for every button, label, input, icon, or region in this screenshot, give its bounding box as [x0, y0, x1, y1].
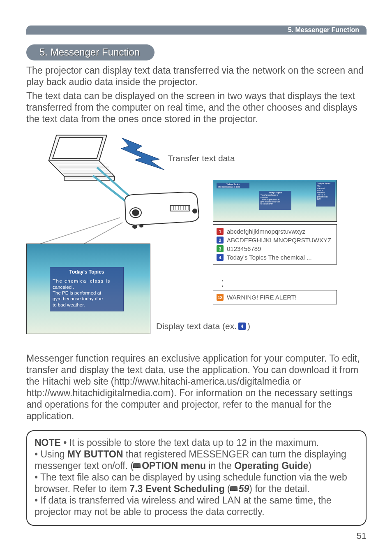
svg-marker-2: [49, 161, 115, 176]
list-item: 4 Today's Topics The chemical ...: [217, 253, 333, 262]
page-number: 51: [357, 531, 367, 541]
thumb-overlay-3: Today's Topics The chemical class is can…: [316, 182, 335, 207]
display-caption: Display text data (ex. 4 ): [156, 321, 250, 331]
text-list-panel-2: 12 WARNING! FIRE ALERT!: [213, 290, 337, 304]
thumb-overlay-2: Today's Topics The chemical class is can…: [259, 191, 291, 210]
message-overlay: Today's Topics The chemical class is can…: [50, 267, 124, 311]
badge-3: 3: [217, 245, 224, 252]
svg-marker-3: [64, 176, 115, 180]
svg-point-24: [139, 224, 143, 227]
breadcrumb: 5. Messenger Function: [288, 26, 359, 34]
diagram: Transfer text data: [26, 130, 367, 341]
svg-line-25: [32, 218, 120, 246]
list-item-text: WARNING! FIRE ALERT!: [227, 294, 297, 301]
list-item-text: ABCDEFGHIJKLMNOPQRSTUWXYZ: [227, 237, 331, 244]
book-icon: [134, 463, 142, 470]
badge-4-caption: 4: [238, 323, 246, 330]
intro-paragraph-2: The text data can be displayed on the sc…: [26, 90, 367, 125]
note-box: NOTE • It is possible to store the text …: [26, 430, 367, 526]
svg-point-14: [193, 209, 197, 213]
badge-12: 12: [217, 294, 224, 301]
body-paragraph-3: Messenger function requires an exclusive…: [26, 353, 367, 422]
list-item: 1 abcdefghijklmnopqrstuvwxyz: [217, 227, 333, 236]
transfer-label: Transfer text data: [168, 153, 235, 163]
list-item: 3 0123456789: [217, 244, 333, 253]
book-icon: [231, 486, 239, 493]
svg-marker-8: [121, 138, 164, 170]
note-label: NOTE: [35, 437, 61, 448]
list-item-text: Today's Topics The chemical ...: [227, 254, 312, 261]
laptop-icon: [39, 133, 120, 187]
svg-point-12: [132, 210, 139, 216]
svg-rect-13: [170, 205, 190, 211]
list-item: 12 WARNING! FIRE ALERT!: [217, 293, 333, 302]
section-heading: 5. Messenger Function: [26, 44, 154, 60]
main-projection-screen: Today's Topics The chemical class is can…: [26, 244, 150, 334]
list-item: 2 ABCDEFGHIJKLMNOPQRSTUWXYZ: [217, 236, 333, 244]
thumbnail-screens: Today's Topics The chemical class is can…: [213, 180, 337, 222]
thumb-overlay-1: Today's Topics The chemical class is can…: [217, 183, 249, 188]
svg-point-23: [132, 225, 137, 229]
overlay-title: Today's Topics: [50, 267, 123, 278]
svg-marker-1: [53, 138, 103, 159]
transfer-arrow-icon: [118, 135, 168, 172]
overlay-body: The chemical class is canceled . The PE …: [50, 278, 123, 311]
text-list-panel: 1 abcdefghijklmnopqrstuvwxyz 2 ABCDEFGHI…: [213, 224, 337, 265]
page-header-bar: 5. Messenger Function: [26, 26, 367, 35]
list-item-text: abcdefghijklmnopqrstuvwxyz: [227, 228, 305, 235]
list-item-text: 0123456789: [227, 245, 261, 252]
projector-icon: [117, 188, 203, 233]
badge-4: 4: [217, 254, 224, 261]
badge-1: 1: [217, 228, 224, 235]
intro-paragraph-1: The projector can display text data tran…: [26, 65, 367, 88]
badge-2: 2: [217, 237, 224, 244]
